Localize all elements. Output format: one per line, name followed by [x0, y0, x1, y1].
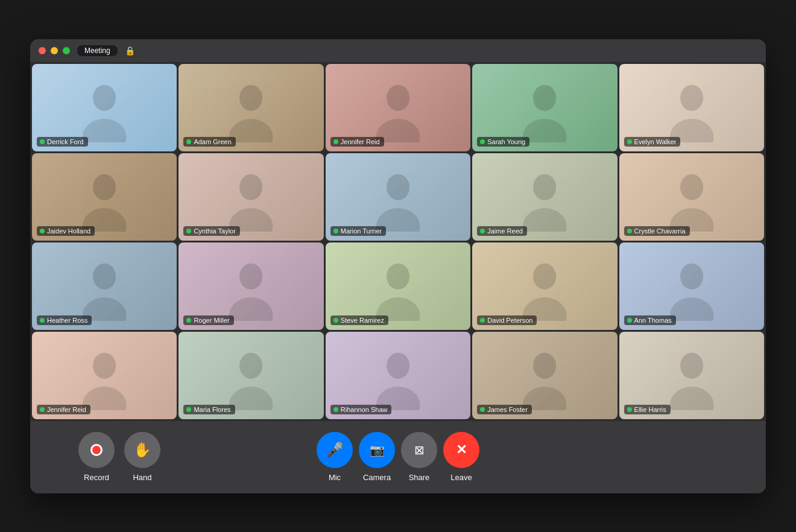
participant-name: Ellie Harris: [634, 406, 666, 413]
participant-tile[interactable]: Adam Green: [178, 64, 323, 151]
participant-name: James Foster: [487, 406, 528, 413]
participant-tile[interactable]: Roger Miller: [178, 242, 323, 330]
svg-point-2: [240, 84, 263, 110]
svg-point-29: [669, 297, 713, 321]
mic-status-dot: [186, 139, 191, 144]
name-badge: David Peterson: [477, 315, 537, 325]
svg-point-39: [669, 387, 713, 410]
svg-point-1: [83, 119, 127, 142]
participant-name: Crystle Chavarria: [634, 227, 686, 235]
mic-status-dot: [186, 318, 191, 323]
mic-circle: 🎤: [317, 432, 353, 468]
participant-tile[interactable]: Rihannon Shaw: [326, 332, 470, 419]
mic-status-dot: [333, 318, 338, 323]
minimize-button[interactable]: [51, 47, 58, 54]
participant-tile[interactable]: Cynthia Taylor: [178, 153, 323, 241]
participant-tile[interactable]: Marion Turner: [326, 153, 470, 241]
participant-tile[interactable]: David Peterson: [472, 242, 617, 330]
name-badge: Jaidev Holland: [37, 226, 95, 236]
svg-point-18: [680, 174, 703, 200]
participant-tile[interactable]: Sarah Young: [472, 64, 617, 151]
name-badge: James Foster: [477, 405, 532, 414]
mic-status-dot: [627, 229, 632, 233]
mic-status-dot: [186, 229, 191, 233]
mic-status-dot: [333, 229, 338, 233]
svg-point-20: [93, 263, 116, 289]
svg-point-8: [680, 84, 703, 110]
name-badge: Ann Thomas: [624, 315, 676, 325]
mic-status-dot: [480, 407, 485, 412]
camera-button[interactable]: 📷 Camera: [359, 432, 395, 482]
svg-point-0: [93, 84, 116, 110]
svg-point-4: [387, 84, 409, 110]
participant-tile[interactable]: Derrick Ford: [32, 64, 177, 151]
mic-status-dot: [627, 139, 632, 144]
name-badge: Adam Green: [183, 137, 235, 147]
participant-tile[interactable]: James Foster: [472, 332, 617, 419]
svg-point-26: [533, 263, 556, 289]
participant-tile[interactable]: Jennifer Reid: [32, 332, 177, 419]
participant-tile[interactable]: Ann Thomas: [619, 242, 764, 330]
title-pill: Meeting: [77, 45, 118, 56]
meeting-window: Meeting 🔒 Derrick Ford Adam Green: [30, 39, 766, 493]
mic-status-dot: [186, 407, 191, 412]
participant-name: Jennifer Reid: [341, 138, 380, 145]
maximize-button[interactable]: [63, 47, 70, 54]
participant-name: Cynthia Taylor: [194, 227, 236, 235]
participant-tile[interactable]: Evelyn Walker: [619, 64, 764, 151]
participant-tile[interactable]: Jaidev Holland: [32, 153, 177, 241]
close-button[interactable]: [39, 47, 46, 54]
mic-status-dot: [480, 318, 485, 323]
name-badge: Cynthia Taylor: [183, 226, 240, 236]
name-badge: Heather Ross: [37, 315, 92, 325]
participant-name: Jaime Reed: [487, 227, 523, 235]
name-badge: Steve Ramirez: [330, 315, 388, 325]
participant-name: Adam Green: [194, 138, 231, 145]
participant-tile[interactable]: Steve Ramirez: [326, 242, 470, 330]
name-badge: Jennifer Reid: [37, 405, 90, 414]
mic-status-dot: [40, 407, 45, 412]
svg-point-12: [240, 174, 263, 200]
name-badge: Marion Turner: [330, 226, 386, 236]
svg-point-23: [229, 297, 273, 321]
leave-label: Leave: [450, 473, 472, 482]
mic-status-dot: [627, 318, 632, 323]
svg-point-34: [387, 352, 409, 378]
name-badge: Jennifer Reid: [330, 137, 384, 147]
name-badge: Crystle Chavarria: [624, 226, 690, 236]
participant-tile[interactable]: Ellie Harris: [619, 332, 764, 419]
svg-point-16: [533, 174, 556, 200]
participant-tile[interactable]: Heather Ross: [32, 242, 177, 330]
mic-icon: 🎤: [326, 442, 344, 458]
leave-icon: ✕: [456, 442, 467, 458]
participant-name: Ann Thomas: [634, 317, 672, 324]
leave-button[interactable]: ✕ Leave: [443, 432, 479, 482]
name-badge: Jaime Reed: [477, 226, 527, 236]
name-badge: Maria Flores: [183, 405, 235, 414]
participant-name: David Peterson: [487, 317, 532, 324]
svg-point-36: [533, 352, 556, 378]
video-grid: Derrick Ford Adam Green Jennifer Reid Sa…: [30, 62, 766, 421]
mic-button[interactable]: 🎤 Mic: [317, 432, 353, 482]
record-circle: [78, 432, 115, 468]
participant-name: Sarah Young: [487, 138, 525, 145]
mic-status-dot: [40, 318, 45, 323]
hand-button[interactable]: ✋ Hand: [124, 432, 160, 482]
svg-point-22: [240, 263, 263, 289]
svg-point-17: [523, 208, 567, 232]
record-button[interactable]: Record: [78, 432, 115, 482]
mic-status-dot: [333, 407, 338, 412]
participant-tile[interactable]: Crystle Chavarria: [619, 153, 764, 241]
share-button[interactable]: ⊠ Share: [401, 432, 437, 482]
name-badge: Rihannon Shaw: [330, 405, 392, 414]
participant-name: Heather Ross: [47, 317, 87, 324]
participant-tile[interactable]: Maria Flores: [178, 332, 323, 419]
hand-circle: ✋: [124, 432, 160, 468]
mic-status-dot: [40, 229, 45, 233]
record-dot: [90, 444, 103, 456]
participant-name: Steve Ramirez: [341, 317, 384, 324]
share-circle: ⊠: [401, 432, 437, 468]
camera-label: Camera: [363, 473, 391, 482]
participant-tile[interactable]: Jaime Reed: [472, 153, 617, 241]
participant-tile[interactable]: Jennifer Reid: [326, 64, 470, 151]
